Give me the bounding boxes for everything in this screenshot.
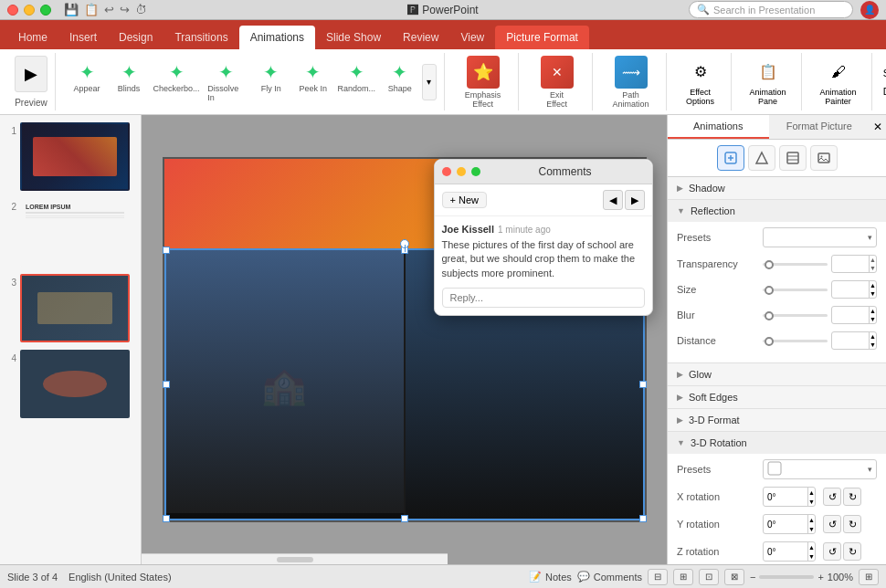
xrotation-up[interactable]: ▲ bbox=[808, 488, 815, 497]
toolbar-save-icon[interactable]: 💾 bbox=[64, 3, 79, 16]
yrotation-down[interactable]: ▼ bbox=[808, 524, 815, 533]
anim-blinds[interactable]: ✦ Blinds bbox=[109, 59, 149, 104]
slide-thumb-2[interactable]: 2 LOREM IPSUM bbox=[4, 198, 137, 267]
zoom-slider[interactable] bbox=[759, 575, 814, 579]
toolbar-redo-icon[interactable]: ↪ bbox=[120, 3, 130, 16]
reflection-presets-select[interactable]: ▾ bbox=[763, 227, 877, 247]
texture-icon-btn[interactable] bbox=[779, 145, 807, 171]
size-slider[interactable] bbox=[763, 289, 828, 291]
preview-button[interactable]: ▶ bbox=[15, 56, 47, 92]
presenter-view-btn[interactable]: ⊡ bbox=[699, 569, 719, 585]
distance-slider[interactable] bbox=[763, 340, 828, 342]
xrotation-down[interactable]: ▼ bbox=[808, 497, 815, 506]
yrotation-stepper[interactable]: ▲ ▼ bbox=[807, 515, 815, 533]
comments-btn[interactable]: 💬 Comments bbox=[577, 571, 642, 583]
slide-thumb-1[interactable]: 1 bbox=[4, 122, 137, 191]
zoom-out-btn[interactable]: − bbox=[750, 572, 755, 583]
shadow-header[interactable]: ▶ Shadow bbox=[668, 177, 886, 199]
transparency-down[interactable]: ▼ bbox=[870, 264, 876, 272]
toolbar-undo-icon[interactable]: ↩ bbox=[104, 3, 114, 16]
blur-down[interactable]: ▼ bbox=[870, 315, 876, 323]
xrotation-cw-btn[interactable]: ↻ bbox=[843, 488, 861, 506]
tab-design[interactable]: Design bbox=[108, 26, 163, 49]
tab-insert[interactable]: Insert bbox=[58, 26, 108, 49]
anim-peekin[interactable]: ✦ Peek In bbox=[293, 59, 333, 104]
fullfit-btn[interactable]: ⊞ bbox=[859, 569, 879, 585]
zrotation-down[interactable]: ▼ bbox=[808, 551, 815, 561]
effects-icon-btn[interactable] bbox=[717, 145, 744, 171]
toolbar-clipboard-icon[interactable]: 📋 bbox=[84, 3, 99, 16]
reflection-header[interactable]: ▼ Reflection bbox=[668, 200, 886, 222]
horizontal-scrollbar[interactable] bbox=[142, 553, 448, 564]
xrotation-stepper[interactable]: ▲ ▼ bbox=[807, 488, 815, 506]
tab-pictureformat[interactable]: Picture Format bbox=[495, 26, 589, 49]
next-comment-btn[interactable]: ▶ bbox=[625, 190, 645, 210]
anim-shape[interactable]: ✦ Shape bbox=[380, 59, 420, 104]
dialog-min-btn[interactable] bbox=[457, 167, 466, 176]
3drotation-header[interactable]: ▼ 3-D Rotation bbox=[668, 432, 886, 454]
notes-btn[interactable]: 📝 Notes bbox=[529, 571, 572, 583]
close-panel-btn[interactable]: ✕ bbox=[870, 115, 886, 139]
size-down[interactable]: ▼ bbox=[870, 289, 876, 298]
distance-down[interactable]: ▼ bbox=[870, 341, 876, 349]
tab-view[interactable]: View bbox=[449, 26, 495, 49]
normal-view-btn[interactable]: ⊟ bbox=[648, 569, 668, 585]
blur-up[interactable]: ▲ bbox=[870, 307, 876, 315]
user-avatar[interactable]: 👤 bbox=[860, 1, 879, 19]
distance-stepper[interactable]: ▲ ▼ bbox=[869, 332, 876, 349]
yrotation-up[interactable]: ▲ bbox=[808, 515, 815, 524]
maximize-button[interactable] bbox=[40, 5, 51, 16]
slide-thumb-4[interactable]: 4 bbox=[4, 350, 137, 418]
anim-flyin[interactable]: ✦ Fly In bbox=[251, 59, 291, 104]
distance-up[interactable]: ▲ bbox=[870, 332, 876, 341]
anim-checkerboard[interactable]: ✦ Checkerbo... bbox=[151, 59, 202, 104]
animation-scroll-arrow[interactable]: ▾ bbox=[422, 64, 437, 100]
anim-appear[interactable]: ✦ Appear bbox=[67, 59, 107, 104]
blur-stepper[interactable]: ▲ ▼ bbox=[869, 307, 876, 323]
tab-format-picture[interactable]: Format Picture bbox=[769, 115, 870, 139]
zoom-in-btn[interactable]: + bbox=[817, 572, 823, 583]
zoom-fit-btn[interactable]: ⊠ bbox=[724, 569, 744, 585]
shape-icon-btn[interactable] bbox=[748, 145, 775, 171]
minimize-button[interactable] bbox=[24, 5, 35, 16]
emphasis-effect-btn[interactable]: ⭐ EmphasisEffect bbox=[456, 52, 511, 112]
animation-pane-btn[interactable]: 📋 AnimationPane bbox=[743, 55, 794, 110]
xrotation-ccw-btn[interactable]: ↺ bbox=[823, 488, 841, 506]
new-comment-button[interactable]: + New bbox=[442, 192, 487, 208]
dialog-close-btn[interactable] bbox=[442, 167, 451, 176]
transparency-stepper[interactable]: ▲ ▼ bbox=[869, 256, 876, 272]
softedges-header[interactable]: ▶ Soft Edges bbox=[668, 386, 886, 408]
grid-view-btn[interactable]: ⊞ bbox=[673, 569, 693, 585]
transparency-up[interactable]: ▲ bbox=[870, 256, 876, 264]
close-button[interactable] bbox=[7, 5, 18, 16]
size-stepper[interactable]: ▲ ▼ bbox=[869, 281, 876, 298]
search-box[interactable]: 🔍 Search in Presentation bbox=[689, 1, 853, 18]
zrotation-stepper[interactable]: ▲ ▼ bbox=[807, 542, 815, 561]
reply-input[interactable] bbox=[442, 288, 645, 308]
anim-random[interactable]: ✦ Random... bbox=[335, 59, 378, 104]
tab-animations-panel[interactable]: Animations bbox=[668, 115, 769, 139]
animation-painter-btn[interactable]: 🖌 AnimationPainter bbox=[813, 55, 864, 110]
anim-dissolve[interactable]: ✦ Dissolve In bbox=[204, 59, 249, 104]
zrotation-up[interactable]: ▲ bbox=[808, 542, 815, 551]
exit-effect-btn[interactable]: ✕ ExitEffect bbox=[530, 52, 585, 112]
effect-options-btn[interactable]: ⚙ EffectOptions bbox=[678, 55, 723, 110]
tab-animations[interactable]: Animations bbox=[239, 26, 315, 49]
tab-home[interactable]: Home bbox=[7, 26, 58, 49]
prev-comment-btn[interactable]: ◀ bbox=[603, 190, 623, 210]
size-up[interactable]: ▲ bbox=[870, 281, 876, 289]
tab-transitions[interactable]: Transitions bbox=[163, 26, 238, 49]
yrotation-cw-btn[interactable]: ↻ bbox=[843, 515, 861, 533]
tab-review[interactable]: Review bbox=[392, 26, 449, 49]
zrotation-ccw-btn[interactable]: ↺ bbox=[823, 542, 841, 561]
blur-slider[interactable] bbox=[763, 314, 828, 317]
slide-thumb-3[interactable]: 3 bbox=[4, 274, 137, 342]
transparency-slider[interactable] bbox=[763, 263, 828, 266]
yrotation-ccw-btn[interactable]: ↺ bbox=[823, 515, 841, 533]
toolbar-timer-icon[interactable]: ⏱ bbox=[135, 3, 147, 16]
dialog-max-btn[interactable] bbox=[471, 167, 480, 176]
path-animation-btn[interactable]: ⟿ PathAnimation bbox=[604, 52, 659, 112]
zrotation-cw-btn[interactable]: ↻ bbox=[843, 542, 861, 561]
window-controls[interactable]: 💾 📋 ↩ ↪ ⏱ bbox=[7, 3, 147, 16]
3dformat-header[interactable]: ▶ 3-D Format bbox=[668, 409, 886, 431]
